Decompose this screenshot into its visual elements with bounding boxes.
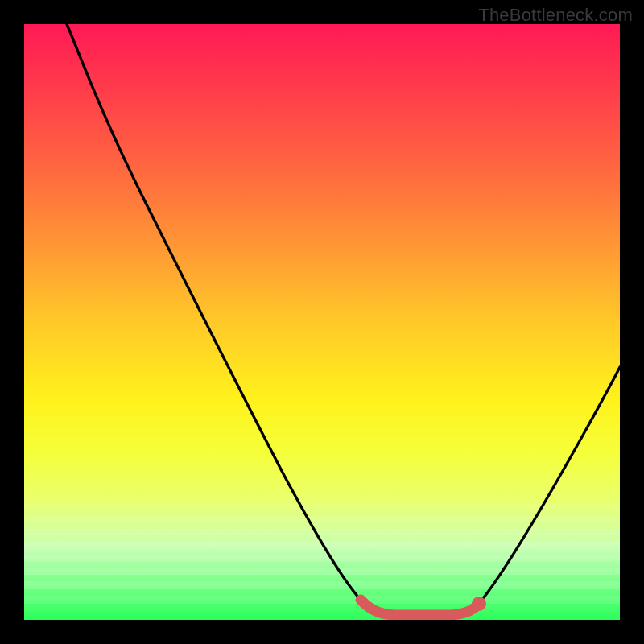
attribution-text: TheBottleneck.com	[478, 5, 633, 26]
chart-plot-area	[24, 24, 620, 620]
background-gradient	[24, 24, 620, 620]
